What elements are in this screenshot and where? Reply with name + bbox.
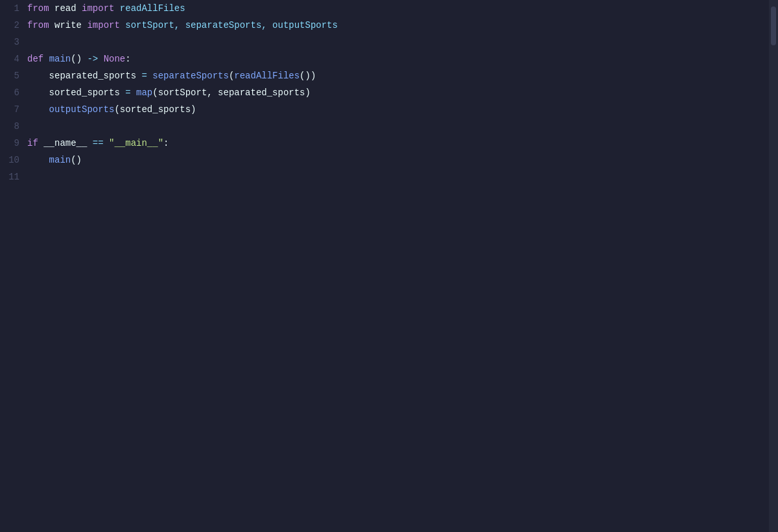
token <box>27 152 49 168</box>
code-editor: 1234567891011 from read import readAllFi… <box>0 0 778 532</box>
token: write <box>49 17 88 34</box>
line-number-gutter: 1234567891011 <box>0 0 27 532</box>
token: ) <box>191 101 196 118</box>
token: ( <box>229 67 234 84</box>
line-number: 7 <box>14 101 19 118</box>
token: read <box>49 0 82 17</box>
token: main <box>49 51 71 67</box>
code-line: def main() -> None: <box>27 51 769 67</box>
token: None <box>104 51 126 67</box>
token: sorted_sports <box>49 84 120 101</box>
line-number: 8 <box>14 118 19 135</box>
token: __name__ <box>38 135 93 152</box>
code-line <box>27 118 769 135</box>
token: sorted_sports <box>120 101 191 118</box>
token: () <box>71 152 82 168</box>
token: def <box>27 51 43 67</box>
line-number: 10 <box>8 152 19 168</box>
line-number: 6 <box>14 84 19 101</box>
token: = <box>136 67 152 84</box>
code-line: sorted_sports = map(sortSport, separated… <box>27 84 769 101</box>
token: -> <box>82 51 104 67</box>
token: if <box>27 135 38 152</box>
token: = <box>120 84 136 101</box>
token: () <box>71 51 82 67</box>
token: separated_sports <box>49 67 136 84</box>
token: main <box>49 152 71 168</box>
token: separateSports <box>152 67 229 84</box>
token: import <box>87 17 119 34</box>
line-number: 3 <box>14 34 19 51</box>
code-line: from read import readAllFiles <box>27 0 769 17</box>
token: map <box>136 84 152 101</box>
line-number: 5 <box>14 67 19 84</box>
token <box>27 84 49 101</box>
token: ) <box>305 84 311 101</box>
token: ( <box>114 101 119 118</box>
token: ( <box>152 84 158 101</box>
token <box>27 67 49 84</box>
code-line: outputSports(sorted_sports) <box>27 101 769 118</box>
token: sortSport, separated_sports <box>158 84 305 101</box>
token: import <box>82 0 114 17</box>
line-number: 2 <box>14 17 19 34</box>
token <box>43 51 49 67</box>
token: from <box>27 0 49 17</box>
code-line: separated_sports = separateSports(readAl… <box>27 67 769 84</box>
token: ()) <box>300 67 316 84</box>
token: == <box>93 135 104 152</box>
token <box>27 101 49 118</box>
scrollbar-thumb[interactable] <box>771 6 776 45</box>
token: sortSport, separateSports, outputSports <box>120 17 338 34</box>
token: : <box>125 51 130 67</box>
code-line <box>27 168 769 185</box>
code-line: main() <box>27 152 769 168</box>
token: : <box>163 135 169 152</box>
token: readAllFiles <box>234 67 300 84</box>
line-number: 11 <box>8 168 19 185</box>
line-number: 9 <box>14 135 19 152</box>
line-number: 4 <box>14 51 19 67</box>
scrollbar[interactable] <box>769 0 778 532</box>
code-content[interactable]: from read import readAllFilesfrom write … <box>27 0 769 532</box>
token: "__main__" <box>109 135 163 152</box>
code-line: if __name__ == "__main__": <box>27 135 769 152</box>
code-line <box>27 34 769 51</box>
code-line: from write import sortSport, separateSpo… <box>27 17 769 34</box>
token <box>104 135 109 152</box>
line-number: 1 <box>14 0 19 17</box>
token: outputSports <box>49 101 115 118</box>
token: from <box>27 17 49 34</box>
token: readAllFiles <box>114 0 185 17</box>
